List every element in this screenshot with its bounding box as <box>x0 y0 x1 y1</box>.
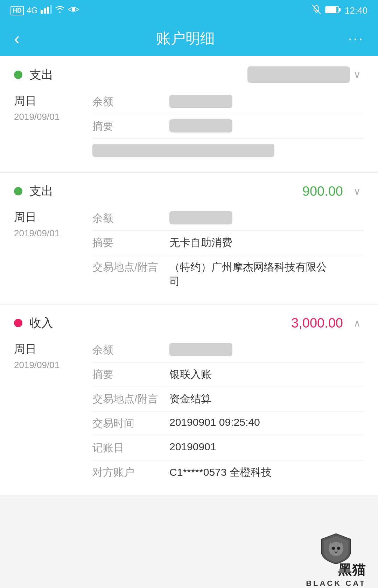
detail-label: 摘要 <box>92 236 169 250</box>
shield-icon <box>317 532 355 565</box>
transaction-dot <box>14 319 22 327</box>
transaction-card-1: 支出████████∨周日2019/09/01余额█████████摘要████… <box>0 56 378 173</box>
detail-row: 交易地点/附言（特约）广州摩杰网络科技有限公 司 <box>92 255 364 294</box>
blackcat-watermark: 黑猫 BLACK CAT <box>294 532 378 588</box>
detail-label: 交易地点/附言 <box>92 392 169 406</box>
transaction-card-2: 支出900.00∨周日2019/09/01余额█████████摘要无卡自助消费… <box>0 173 378 304</box>
transaction-amount: ████████ <box>247 66 350 83</box>
date-section: 周日2019/09/01 <box>14 210 77 294</box>
signal-4g-icon: 4G <box>27 6 38 15</box>
transaction-header-2[interactable]: 支出900.00∨ <box>14 183 364 199</box>
transaction-amount: 900.00 <box>302 184 343 199</box>
transaction-type-label: 收入 <box>29 315 291 331</box>
transaction-header-1[interactable]: 支出████████∨ <box>14 66 364 83</box>
detail-value: █████████ <box>92 144 274 157</box>
eye-icon <box>68 6 79 15</box>
detail-label: 余额 <box>92 95 169 109</box>
date-label: 2019/09/01 <box>14 228 77 239</box>
battery-icon <box>325 5 341 16</box>
transaction-details: 余额█████████摘要██████████████████ <box>92 90 364 162</box>
date-section: 周日2019/09/01 <box>14 342 77 485</box>
time-display: 12:40 <box>345 5 368 16</box>
svg-rect-1 <box>44 8 46 14</box>
transaction-details: 余额█████████摘要银联入账交易地点/附言资金结算交易时间20190901… <box>92 338 364 485</box>
day-of-week-label: 周日 <box>14 342 77 357</box>
transaction-body-3: 周日2019/09/01余额█████████摘要银联入账交易地点/附言资金结算… <box>14 338 364 485</box>
more-button[interactable]: ··· <box>336 31 364 46</box>
detail-row: 记账日20190901 <box>92 436 364 460</box>
detail-label: 摘要 <box>92 119 169 134</box>
svg-rect-3 <box>50 5 52 14</box>
detail-label: 对方账户 <box>92 465 169 480</box>
page-title: 账户明细 <box>35 29 336 48</box>
date-label: 2019/09/01 <box>14 112 77 122</box>
date-label: 2019/09/01 <box>14 360 77 371</box>
detail-value: 银联入账 <box>169 367 364 382</box>
detail-value: 无卡自助消费 <box>169 236 364 250</box>
detail-label: 摘要 <box>92 367 169 382</box>
date-section: 周日2019/09/01 <box>14 93 77 162</box>
detail-row: █████████ <box>92 139 364 162</box>
detail-label: 余额 <box>92 343 169 357</box>
transaction-body-1: 周日2019/09/01余额█████████摘要███████████████… <box>14 90 364 162</box>
status-right: 12:40 <box>312 5 368 17</box>
svg-rect-6 <box>339 8 340 11</box>
detail-label: 交易时间 <box>92 416 169 431</box>
blackcat-chinese: 黑猫 <box>338 561 366 579</box>
svg-rect-2 <box>47 7 49 14</box>
detail-row: 余额█████████ <box>92 90 364 114</box>
detail-value: █████████ <box>169 211 232 224</box>
detail-value: 20190901 09:25:40 <box>169 416 364 428</box>
svg-rect-0 <box>41 10 43 14</box>
detail-value: （特约）广州摩杰网络科技有限公 司 <box>169 260 364 289</box>
day-of-week-label: 周日 <box>14 93 77 109</box>
wifi-icon <box>55 5 65 16</box>
blackcat-english: BLACK CAT <box>306 579 366 588</box>
transaction-body-2: 周日2019/09/01余额█████████摘要无卡自助消费交易地点/附言（特… <box>14 206 364 294</box>
detail-row: 摘要无卡自助消费 <box>92 231 364 255</box>
detail-row: 摘要█████████ <box>92 114 364 139</box>
signal-bars-icon <box>41 5 52 16</box>
detail-value: █████████ <box>169 119 232 132</box>
transaction-dot <box>14 71 22 79</box>
transaction-type-label: 支出 <box>29 183 302 199</box>
detail-value: 20190901 <box>169 441 364 453</box>
detail-label: 记账日 <box>92 441 169 455</box>
detail-row: 对方账户C1*****0573 全橙科技 <box>92 460 364 485</box>
expand-chevron-icon[interactable]: ∧ <box>350 317 364 329</box>
transaction-type-label: 支出 <box>29 67 247 83</box>
detail-row: 交易时间20190901 09:25:40 <box>92 411 364 436</box>
svg-rect-7 <box>326 7 336 12</box>
status-bar: HD 4G <box>0 0 378 21</box>
transaction-card-3: 收入3,000.00∧周日2019/09/01余额█████████摘要银联入账… <box>0 304 378 495</box>
detail-value: █████████ <box>169 343 232 356</box>
bell-off-icon <box>312 5 321 17</box>
svg-point-4 <box>72 8 75 11</box>
transaction-details: 余额█████████摘要无卡自助消费交易地点/附言（特约）广州摩杰网络科技有限… <box>92 206 364 294</box>
detail-label: 交易地点/附言 <box>92 260 169 274</box>
expand-chevron-icon[interactable]: ∨ <box>350 186 364 197</box>
expand-chevron-icon[interactable]: ∨ <box>350 69 364 80</box>
transaction-dot <box>14 187 22 195</box>
svg-point-12 <box>337 547 340 550</box>
detail-row: 余额█████████ <box>92 338 364 363</box>
svg-point-11 <box>332 547 335 550</box>
detail-row: 摘要银联入账 <box>92 363 364 387</box>
detail-label: 余额 <box>92 211 169 225</box>
detail-row: 交易地点/附言资金结算 <box>92 387 364 411</box>
day-of-week-label: 周日 <box>14 210 77 225</box>
transaction-amount: 3,000.00 <box>291 316 343 331</box>
detail-value: █████████ <box>169 95 232 108</box>
status-left: HD 4G <box>10 5 79 16</box>
transaction-list: 支出████████∨周日2019/09/01余额█████████摘要████… <box>0 56 378 495</box>
hd-icon: HD <box>10 6 24 15</box>
back-button[interactable]: ‹ <box>14 28 35 49</box>
transaction-header-3[interactable]: 收入3,000.00∧ <box>14 315 364 331</box>
detail-value: 资金结算 <box>169 392 364 406</box>
detail-value: C1*****0573 全橙科技 <box>169 465 364 480</box>
app-header: ‹ 账户明细 ··· <box>0 21 378 56</box>
detail-row: 余额█████████ <box>92 206 364 231</box>
